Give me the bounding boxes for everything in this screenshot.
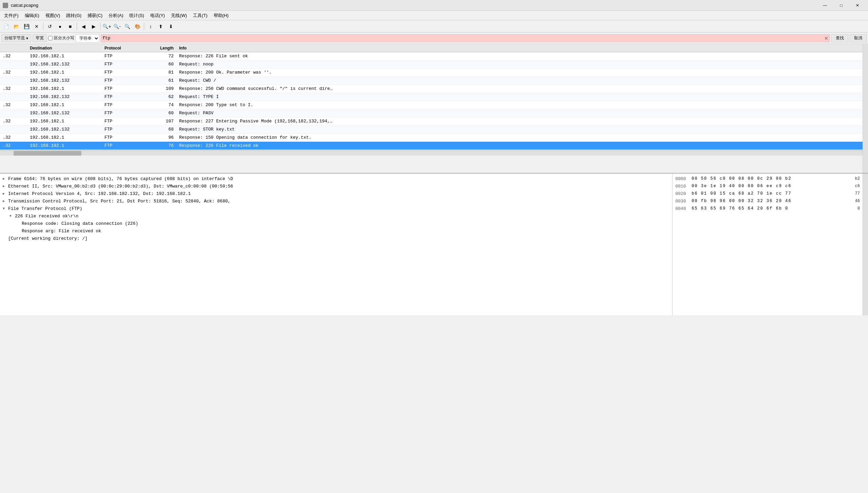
toolbar-save[interactable]: 💾 — [22, 22, 31, 31]
detail-row[interactable]: [Current working directory: /] — [1, 235, 671, 242]
col-header-info: Info — [176, 46, 863, 51]
expand-icon[interactable]: ▶ — [3, 177, 8, 181]
toolbar-capture[interactable]: ● — [55, 22, 65, 31]
toolbar-prev[interactable]: ⬆ — [156, 22, 166, 31]
toolbar-zoom-in[interactable]: 🔍+ — [102, 22, 112, 31]
filter-string-type[interactable]: 字符串 — [76, 34, 99, 42]
table-row[interactable]: 192.168.182.132FTP62Request: TYPE I — [0, 93, 863, 101]
app-icon — [3, 3, 8, 8]
detail-row[interactable]: Response arg: File received ok — [1, 227, 671, 235]
hex-offset: 0020 — [675, 191, 689, 196]
expand-icon[interactable]: ▼ — [9, 214, 15, 218]
menu-item[interactable]: 分析(A) — [106, 12, 126, 19]
filter-find-button[interactable]: 查找 — [831, 34, 848, 42]
hex-panel: 000000 50 56 c0 00 08 00 0c 29 00 b2b200… — [673, 174, 863, 315]
cell-len: 107 — [136, 119, 176, 124]
filter-clear-button[interactable]: ✕ — [824, 36, 828, 41]
hex-ascii: b2 — [855, 176, 860, 181]
toolbar-zoom-reset[interactable]: 🔍 — [122, 22, 132, 31]
detail-row[interactable]: ▶Transmission Control Protocol, Src Port… — [1, 197, 671, 205]
cell-proto: FTP — [102, 86, 136, 91]
menu-item[interactable]: 捕获(C) — [85, 12, 105, 19]
toolbar-close[interactable]: ✕ — [32, 22, 41, 31]
detail-text: Frame 6164: 76 bytes on wire (608 bits),… — [8, 176, 233, 181]
toolbar-open[interactable]: 📂 — [12, 22, 21, 31]
cell-len: 81 — [136, 70, 176, 75]
expand-icon[interactable]: ▶ — [3, 199, 8, 203]
detail-row[interactable]: ▶Frame 6164: 76 bytes on wire (608 bits)… — [1, 175, 671, 182]
h-scrollbar-thumb[interactable] — [14, 151, 81, 156]
cell-dest: 192.168.182.1 — [27, 70, 102, 75]
detail-row[interactable]: Response code: Closing data connection (… — [1, 220, 671, 227]
table-row[interactable]: 192.168.182.132FTP60Request: PASV — [0, 109, 863, 117]
toolbar-next[interactable]: ⬇ — [166, 22, 176, 31]
cell-info: Response: 227 Entering Passive Mode (192… — [176, 119, 863, 124]
toolbar-zoom-out[interactable]: 🔍- — [112, 22, 122, 31]
v-scrollbar-detail[interactable] — [863, 174, 868, 315]
table-row[interactable]: 192.168.182.132FTP60Request: noop — [0, 60, 863, 68]
table-row[interactable]: 192.168.182.132FTP61Request: CWD / — [0, 77, 863, 85]
hex-row: 000000 50 56 c0 00 08 00 0c 29 00 b2b2 — [674, 175, 861, 182]
expand-icon[interactable]: ▶ — [3, 184, 8, 188]
menu-item[interactable]: 编辑(E) — [22, 12, 42, 19]
packet-list-scroll: Destination Protocol Length Info .32192.… — [0, 44, 863, 173]
cell-dest: 192.168.182.132 — [27, 127, 102, 132]
cell-len: 76 — [136, 143, 176, 148]
toolbar-back[interactable]: ◀ — [79, 22, 88, 31]
table-row[interactable]: .32192.168.182.1FTP109Response: 250 CWD … — [0, 85, 863, 93]
hex-ascii: 46 — [855, 199, 860, 203]
hex-rows: 000000 50 56 c0 00 08 00 0c 29 00 b2b200… — [674, 175, 861, 212]
menu-item[interactable]: 电话(Y) — [148, 12, 168, 19]
hex-bytes: 00 3e 1e 19 40 00 80 06 ee c9 c6 — [692, 184, 852, 189]
minimize-button[interactable]: — — [817, 0, 833, 11]
detail-row[interactable]: ▶Ethernet II, Src: VMware_00:b2:d3 (00:0… — [1, 182, 671, 190]
table-row[interactable]: .32192.168.182.1FTP96Response: 150 Openi… — [0, 134, 863, 142]
table-row[interactable]: .32192.168.182.1FTP72Response: 226 File … — [0, 52, 863, 60]
maximize-button[interactable]: □ — [833, 0, 849, 11]
cell-no: .32 — [0, 119, 27, 124]
toolbar-stop[interactable]: ■ — [65, 22, 75, 31]
menu-item[interactable]: 帮助(H) — [211, 12, 231, 19]
case-sensitive-checkbox[interactable]: 区分大小写 — [48, 35, 74, 41]
filter-input[interactable] — [102, 36, 823, 41]
detail-text: [Current working directory: /] — [8, 236, 88, 241]
packet-list-container: Destination Protocol Length Info .32192.… — [0, 44, 868, 173]
hex-offset: 0000 — [675, 176, 689, 181]
table-row[interactable]: .32192.168.182.1FTP76Response: 226 File … — [0, 142, 863, 150]
menu-item[interactable]: 无线(W) — [168, 12, 190, 19]
cell-info: Request: STOR key.txt — [176, 127, 863, 132]
cell-dest: 192.168.182.1 — [27, 102, 102, 107]
toolbar-color[interactable]: 🎨 — [133, 22, 142, 31]
toolbar-new[interactable]: 📄 — [1, 22, 11, 31]
cell-dest: 192.168.182.132 — [27, 111, 102, 116]
menu-item[interactable]: 视图(V) — [43, 12, 63, 19]
table-row[interactable]: .32192.168.182.1FTP74Response: 200 Type … — [0, 101, 863, 109]
detail-row[interactable]: ▼226 File received ok\r\n — [1, 212, 671, 220]
filter-type-label[interactable]: 分组字节流 ▾ — [1, 34, 31, 42]
close-button[interactable]: ✕ — [850, 0, 865, 11]
toolbar-forward[interactable]: ▶ — [89, 22, 98, 31]
cell-proto: FTP — [102, 127, 136, 132]
filter-cancel-button[interactable]: 取消 — [850, 34, 867, 42]
expand-icon[interactable]: ▶ — [3, 192, 8, 196]
cell-info: Response: 200 Type set to I. — [176, 102, 863, 107]
cell-no: .32 — [0, 70, 27, 75]
detail-row[interactable]: ▼File Transfer Protocol (FTP) — [1, 205, 671, 212]
menu-item[interactable]: 文件(F) — [1, 12, 21, 19]
menu-item[interactable]: 工具(T) — [190, 12, 210, 19]
expand-icon[interactable]: ▼ — [3, 207, 8, 211]
table-row[interactable]: .32192.168.182.1FTP107Response: 227 Ente… — [0, 117, 863, 125]
hex-bytes: 00 fb 98 96 00 00 32 32 36 20 46 — [692, 199, 852, 203]
menu-item[interactable]: 跳转(G) — [63, 12, 84, 19]
table-row[interactable]: 192.168.182.132FTP68Request: STOR key.tx… — [0, 125, 863, 134]
h-scrollbar[interactable] — [0, 150, 863, 156]
toolbar-reload[interactable]: ↺ — [45, 22, 55, 31]
filter-narrow-label[interactable]: 窄宽 — [33, 34, 47, 42]
col-header-len: Length — [136, 46, 176, 51]
menu-item[interactable]: 统计(S) — [127, 12, 147, 19]
hex-bytes: 65 63 65 69 76 65 64 20 6f 6b 0 — [692, 206, 855, 211]
detail-row[interactable]: ▶Internet Protocol Version 4, Src: 192.1… — [1, 190, 671, 197]
v-scrollbar-packets[interactable] — [863, 44, 868, 173]
table-row[interactable]: .32192.168.182.1FTP81Response: 200 Ok. P… — [0, 68, 863, 77]
toolbar-jump[interactable]: ↕ — [146, 22, 155, 31]
